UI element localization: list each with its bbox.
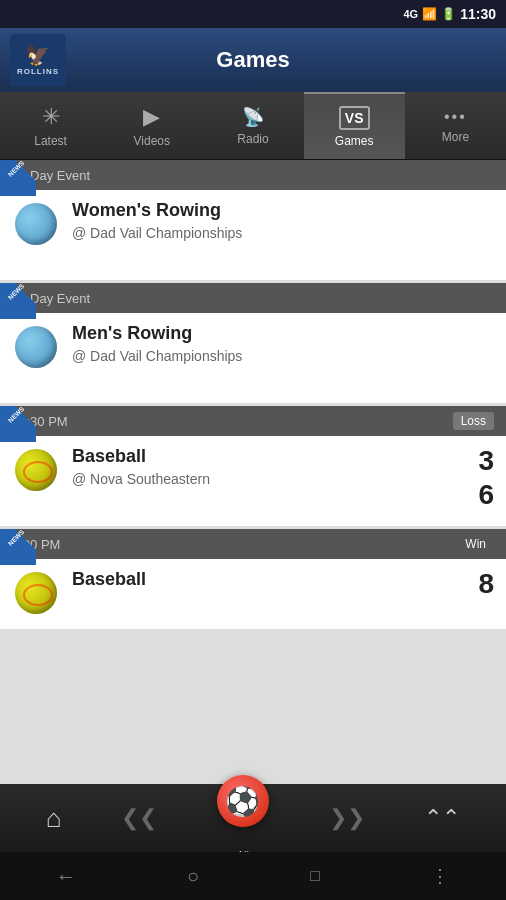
tab-more[interactable]: ••• More [405,92,506,159]
events-list: NEWS All Day Event Women's Rowing @ Dad … [0,160,506,784]
event-body-3: Baseball @ Nova Southeastern 3 6 [0,436,506,526]
home-icon: ⌂ [46,803,62,834]
tab-videos-label: Videos [134,134,170,148]
score-home-4: 8 [478,567,494,601]
menu-button[interactable]: ⋮ [431,865,450,887]
all-ball-icon: ⚽ [225,785,260,818]
games-icon: VS [339,106,370,130]
android-nav-bar: ← ○ □ ⋮ [0,852,506,900]
event-body-1: Women's Rowing @ Dad Vail Championships [0,190,506,280]
recent-apps-button[interactable]: □ [310,867,320,885]
event-baseball-1[interactable]: NEWS 12:30 PM Loss Baseball @ Nova South… [0,406,506,526]
event-name-1: Women's Rowing [72,200,494,221]
sport-icon-3 [12,446,60,494]
event-header-3: 12:30 PM Loss [0,406,506,436]
logo-text: ROLLINS [17,67,59,77]
result-badge-3: Loss [453,412,494,430]
page-title: Games [216,47,289,73]
signal-bars: 📶 [422,7,437,21]
status-icons: 4G 📶 🔋 11:30 [404,6,497,22]
home-button[interactable]: ⌂ [46,803,62,834]
tab-games[interactable]: VS Games [304,92,405,159]
sport-icon-2 [12,323,60,371]
news-ribbon-3: NEWS [0,406,36,442]
tab-videos[interactable]: ▶ Videos [101,92,202,159]
event-body-2: Men's Rowing @ Dad Vail Championships [0,313,506,403]
event-baseball-2[interactable]: NEWS 4:00 PM Win Baseball 8 [0,529,506,629]
event-header-1: All Day Event [0,160,506,190]
tab-games-label: Games [335,134,374,148]
videos-icon: ▶ [143,104,160,130]
more-icon: ••• [444,108,467,126]
scroll-top-button[interactable]: ⌃⌃ [424,805,460,831]
event-location-2: @ Dad Vail Championships [72,348,494,364]
back-button[interactable]: ← [56,865,76,888]
center-button-area: ⚽ All [217,775,269,861]
next-chevrons[interactable]: ❯❯ [329,805,365,831]
radio-icon: 📡 [242,106,264,128]
chevrons-right-icon: ❯❯ [329,805,365,830]
chevrons-left-icon: ❮❮ [121,805,157,830]
event-name-3: Baseball [72,446,494,467]
status-bar: 4G 📶 🔋 11:30 [0,0,506,28]
result-badge-4: Win [457,535,494,553]
news-ribbon-4: NEWS [0,529,36,565]
event-header-4: 4:00 PM Win [0,529,506,559]
prev-chevrons[interactable]: ❮❮ [121,805,157,831]
event-score-4: 8 [478,567,494,601]
app-header: 🦅 ROLLINS Games [0,28,506,92]
event-header-2: All Day Event [0,283,506,313]
score-home-3: 3 [478,444,494,478]
battery-icon: 🔋 [441,7,456,21]
event-womens-rowing[interactable]: NEWS All Day Event Women's Rowing @ Dad … [0,160,506,280]
tab-latest-label: Latest [34,134,67,148]
nav-tabs: ✳ Latest ▶ Videos 📡 Radio VS Games ••• M… [0,92,506,160]
sport-icon-1 [12,200,60,248]
event-location-3: @ Nova Southeastern [72,471,494,487]
tab-latest[interactable]: ✳ Latest [0,92,101,159]
news-ribbon-2: NEWS [0,283,36,319]
signal-icon: 4G [404,8,419,20]
news-ribbon-1: NEWS [0,160,36,196]
tab-more-label: More [442,130,469,144]
logo-bird-icon: 🦅 [25,43,50,67]
tab-radio[interactable]: 📡 Radio [202,92,303,159]
tab-radio-label: Radio [237,132,268,146]
latest-icon: ✳ [42,104,60,130]
all-button[interactable]: ⚽ [217,775,269,827]
home-android-button[interactable]: ○ [187,865,199,888]
event-name-2: Men's Rowing [72,323,494,344]
event-body-4: Baseball 8 [0,559,506,629]
event-location-1: @ Dad Vail Championships [72,225,494,241]
event-score-3: 3 6 [478,444,494,511]
event-mens-rowing[interactable]: NEWS All Day Event Men's Rowing @ Dad Va… [0,283,506,403]
event-name-4: Baseball [72,569,494,590]
status-time: 11:30 [460,6,496,22]
bottom-nav: ⌂ ❮❮ ⚽ All ❯❯ ⌃⌃ [0,784,506,852]
app-logo: 🦅 ROLLINS [10,34,70,86]
sport-icon-4 [12,569,60,617]
up-icon: ⌃⌃ [424,805,460,831]
score-away-3: 6 [478,478,494,512]
